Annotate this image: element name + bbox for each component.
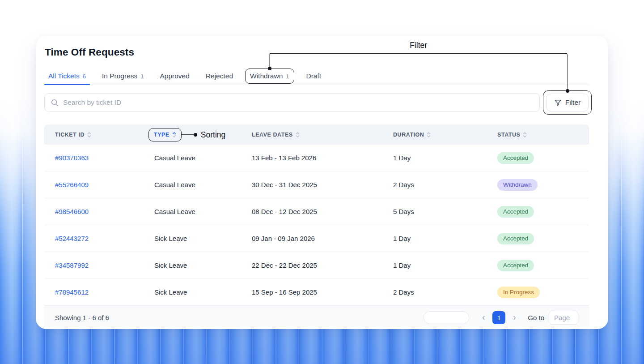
column-header-label: TYPE — [154, 132, 169, 138]
tab-item-rejected[interactable]: Rejected — [202, 67, 237, 85]
tab-count-badge: 1 — [286, 73, 289, 80]
page-size-select[interactable] — [424, 311, 469, 324]
duration-cell: 1 Day — [393, 154, 497, 162]
sorting-annotation-label: Sorting — [201, 130, 225, 139]
filter-funnel-icon — [554, 99, 562, 107]
filter-annotation-box: Filter — [543, 90, 592, 115]
filter-button-label: Filter — [565, 98, 580, 107]
search-icon — [51, 99, 59, 107]
tab-count-badge: 1 — [140, 73, 144, 80]
page-number-button[interactable]: 1 — [492, 311, 505, 324]
column-header-duration[interactable]: DURATION — [393, 132, 497, 138]
column-header-leave-dates[interactable]: LEAVE DATES — [252, 132, 393, 138]
column-header-label: DURATION — [393, 132, 424, 138]
ticket-id-link[interactable]: #90370363 — [55, 154, 89, 162]
tab-label: Rejected — [206, 72, 233, 80]
sort-icon — [427, 132, 431, 138]
leave-type-cell: Sick Leave — [154, 235, 252, 242]
filter-annotation-dot — [566, 89, 569, 93]
status-badge: In Progress — [497, 287, 540, 298]
status-badge: Accepted — [497, 206, 534, 218]
sorting-connector-line — [181, 134, 195, 135]
ticket-id-link[interactable]: #78945612 — [55, 288, 89, 296]
goto-label: Go to — [528, 314, 544, 321]
leave-type-cell: Casual Leave — [154, 181, 252, 188]
tab-label: Approved — [160, 72, 190, 80]
sort-icon — [172, 132, 176, 138]
ticket-id-link[interactable]: #52443272 — [55, 235, 89, 242]
table-row: #78945612 Sick Leave 15 Sep - 16 Sep 202… — [44, 279, 589, 306]
duration-cell: 1 Day — [393, 235, 497, 242]
table-footer: Showing 1 - 6 of 6 ‹ 1 › Go to — [44, 306, 589, 329]
column-header-status[interactable]: STATUS — [497, 132, 589, 138]
chevron-right-icon[interactable]: › — [510, 313, 519, 323]
column-header-label: TICKET ID — [55, 132, 85, 138]
tab-label: Draft — [306, 72, 322, 80]
tab-label: Withdrawn — [250, 72, 283, 80]
search-bar[interactable] — [44, 93, 540, 112]
table-row: #34587992 Sick Leave 22 Dec - 22 Dec 202… — [44, 252, 589, 279]
column-header-ticket-id[interactable]: TICKET ID — [55, 132, 154, 138]
column-header-label: LEAVE DATES — [252, 132, 293, 138]
duration-cell: 1 Day — [393, 261, 497, 269]
tab-label: All Tickets — [48, 72, 80, 80]
column-header-box: STATUS — [497, 132, 527, 138]
status-badge: Accepted — [497, 260, 534, 271]
table-body: #90370363 Casual Leave 13 Feb - 13 Feb 2… — [44, 145, 589, 306]
sort-icon — [87, 132, 91, 138]
leave-dates-cell: 09 Jan - 09 Jan 2026 — [252, 235, 393, 242]
table-row: #90370363 Casual Leave 13 Feb - 13 Feb 2… — [44, 145, 589, 171]
tab-label: In Progress — [102, 72, 137, 80]
leave-dates-cell: 13 Feb - 13 Feb 2026 — [252, 154, 393, 162]
chevron-left-icon[interactable]: ‹ — [479, 313, 488, 323]
page-title: Time Off Requests — [45, 46, 134, 59]
search-input[interactable] — [63, 98, 533, 107]
time-off-requests-panel: Time Off Requests All Tickets 6 In Progr… — [36, 36, 608, 329]
column-header-label: STATUS — [497, 132, 520, 138]
tab-item-draft[interactable]: Draft — [302, 67, 326, 85]
tab-item-withdrawn[interactable]: Withdrawn 1 — [245, 69, 294, 84]
leave-dates-cell: 15 Sep - 16 Sep 2025 — [252, 288, 393, 296]
tab-item-in-progress[interactable]: In Progress 1 — [98, 67, 148, 85]
status-badge: Withdrawn — [497, 179, 538, 191]
tab-bar: All Tickets 6 In Progress 1 Approved Rej… — [44, 67, 589, 85]
duration-cell: 2 Days — [393, 288, 497, 296]
column-header-box: LEAVE DATES — [252, 132, 300, 138]
sorting-connector-dot — [194, 133, 197, 137]
column-header-box: TICKET ID — [55, 132, 91, 138]
sort-icon — [523, 132, 527, 138]
duration-cell: 5 Days — [393, 208, 497, 215]
table-row: #98546600 Casual Leave 08 Dec - 12 Dec 2… — [44, 198, 589, 225]
tab-item-approved[interactable]: Approved — [156, 67, 194, 85]
showing-count-text: Showing 1 - 6 of 6 — [55, 314, 109, 321]
goto-page-input[interactable] — [549, 311, 578, 325]
sort-icon — [296, 132, 300, 138]
filter-button[interactable]: Filter — [546, 94, 589, 111]
table-row: #52443272 Sick Leave 09 Jan - 09 Jan 202… — [44, 225, 589, 252]
status-badge: Accepted — [497, 152, 534, 164]
leave-dates-cell: 30 Dec - 31 Dec 2025 — [252, 181, 393, 188]
ticket-id-link[interactable]: #34587992 — [55, 261, 89, 269]
table-row: #55266409 Casual Leave 30 Dec - 31 Dec 2… — [44, 171, 589, 198]
leave-dates-cell: 22 Dec - 22 Dec 2025 — [252, 261, 393, 269]
ticket-id-link[interactable]: #55266409 — [55, 181, 89, 188]
table-header-row: TICKET ID TYPE Sorting LEAVE DATES — [44, 124, 589, 145]
column-header-box: DURATION — [393, 132, 431, 138]
status-badge: Accepted — [497, 233, 534, 244]
leave-type-cell: Sick Leave — [154, 261, 252, 269]
leave-type-cell: Casual Leave — [154, 154, 252, 162]
pagination: ‹ 1 › Go to — [424, 311, 578, 325]
filter-annotation-stem — [567, 54, 568, 91]
ticket-id-link[interactable]: #98546600 — [55, 208, 89, 215]
tab-item-all-tickets[interactable]: All Tickets 6 — [44, 67, 90, 85]
leave-type-cell: Sick Leave — [154, 288, 252, 296]
time-off-table: TICKET ID TYPE Sorting LEAVE DATES — [44, 124, 589, 329]
duration-cell: 2 Days — [393, 181, 497, 188]
leave-dates-cell: 08 Dec - 12 Dec 2025 — [252, 208, 393, 215]
leave-type-cell: Casual Leave — [154, 208, 252, 215]
tab-count-badge: 6 — [83, 73, 86, 80]
column-header-box: TYPE Sorting — [148, 128, 182, 141]
withdrawn-annotation-dot — [268, 67, 271, 70]
column-header-type[interactable]: TYPE Sorting — [154, 128, 252, 141]
